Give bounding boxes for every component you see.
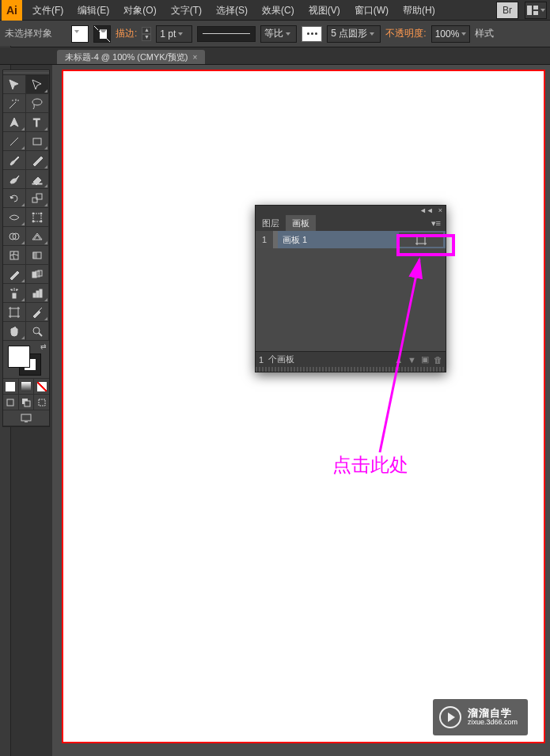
- gradient-tool[interactable]: [26, 246, 49, 265]
- move-up-icon[interactable]: ▲: [394, 355, 403, 365]
- brush-preview-dots: [302, 26, 322, 42]
- panel-collapse-icon[interactable]: ◄◄: [419, 206, 434, 214]
- blob-brush-tool[interactable]: [3, 170, 26, 189]
- menu-bar: Ai 文件(F) 编辑(E) 对象(O) 文字(T) 选择(S) 效果(C) 视…: [0, 0, 550, 21]
- close-document-icon[interactable]: ×: [192, 53, 197, 62]
- svg-point-3: [32, 99, 42, 105]
- menu-help[interactable]: 帮助(H): [396, 0, 442, 21]
- scale-tool[interactable]: [26, 189, 49, 208]
- artboard-tool[interactable]: [3, 303, 26, 322]
- pen-tool[interactable]: [3, 113, 26, 132]
- menu-window[interactable]: 窗口(W): [347, 0, 396, 21]
- rectangle-tool[interactable]: [26, 132, 49, 151]
- menu-effect[interactable]: 效果(C): [255, 0, 302, 21]
- bridge-button[interactable]: Br: [496, 2, 518, 19]
- free-transform-tool[interactable]: [26, 208, 49, 227]
- screen-mode-button[interactable]: [3, 410, 49, 425]
- svg-rect-7: [32, 183, 42, 184]
- svg-text:T: T: [33, 116, 40, 129]
- pencil-tool[interactable]: [26, 151, 49, 170]
- type-tool[interactable]: T: [26, 113, 49, 132]
- zoom-tool[interactable]: [26, 322, 49, 341]
- menu-view[interactable]: 视图(V): [302, 0, 347, 21]
- artboard-row[interactable]: 1 画板 1: [256, 231, 446, 248]
- artboard-crop-icon: [415, 234, 427, 245]
- line-segment-tool[interactable]: [3, 132, 26, 151]
- svg-rect-25: [40, 289, 42, 297]
- menu-edit[interactable]: 编辑(E): [70, 0, 116, 21]
- document-tabs: 未标题-4 @ 100% (CMYK/预览) ×: [0, 47, 550, 65]
- stroke-profile-select[interactable]: 等比: [260, 25, 297, 43]
- none-mode-button[interactable]: [34, 379, 49, 394]
- lasso-tool[interactable]: [26, 94, 49, 113]
- tab-layers[interactable]: 图层: [256, 215, 286, 231]
- brush-select[interactable]: 5 点圆形: [327, 25, 381, 43]
- column-graph-tool[interactable]: [26, 284, 49, 303]
- artboard-row-name[interactable]: 画板 1: [278, 234, 399, 246]
- gradient-mode-button[interactable]: [19, 379, 35, 394]
- color-mode-button[interactable]: [3, 379, 19, 394]
- blend-tool[interactable]: [26, 265, 49, 284]
- menu-file[interactable]: 文件(F): [25, 0, 70, 21]
- workspace-arrange-button[interactable]: [525, 2, 547, 19]
- mesh-tool[interactable]: [3, 246, 26, 265]
- canvas-area: [52, 65, 550, 756]
- artboard-canvas[interactable]: [62, 70, 545, 743]
- options-bar: 未选择对象 描边: ▲▼ 1 pt 等比 5 点圆形 不透明度: 100% 样式: [0, 21, 550, 47]
- perspective-grid-tool[interactable]: [26, 227, 49, 246]
- watermark-title: 溜溜自学: [468, 708, 518, 719]
- artboard-row-number: 1: [256, 231, 273, 248]
- direct-selection-tool[interactable]: [26, 75, 49, 94]
- menu-type[interactable]: 文字(T): [164, 0, 209, 21]
- artboard-count-label: 个画板: [268, 353, 294, 365]
- svg-rect-22: [13, 293, 16, 298]
- opacity-select[interactable]: 100%: [431, 25, 471, 43]
- shape-builder-tool[interactable]: [3, 227, 26, 246]
- svg-line-28: [39, 333, 42, 336]
- svg-rect-10: [33, 214, 41, 221]
- selection-tool[interactable]: [3, 75, 26, 94]
- style-label: 样式: [475, 27, 494, 40]
- symbol-sprayer-tool[interactable]: [3, 284, 26, 303]
- eraser-tool[interactable]: [26, 170, 49, 189]
- panel-resize-grip[interactable]: [256, 367, 446, 372]
- draw-inside-button[interactable]: [34, 395, 49, 410]
- artboards-panel: ◄◄ × 图层 画板 ▾≡ 1 画板 1 1 个画板 ▲ ▼ ▣ 🗑: [255, 205, 446, 372]
- slice-tool[interactable]: [26, 303, 49, 322]
- svg-rect-0: [527, 6, 532, 15]
- stroke-swatch[interactable]: [93, 25, 111, 43]
- swap-fill-stroke-icon[interactable]: ⇄: [40, 342, 47, 350]
- fill-indicator[interactable]: [8, 346, 30, 368]
- hand-tool[interactable]: [3, 322, 26, 341]
- watermark-badge: 溜溜自学 zixue.3d66.com: [433, 699, 528, 735]
- eyedropper-tool[interactable]: [3, 265, 26, 284]
- svg-point-13: [32, 221, 34, 222]
- tab-artboards[interactable]: 画板: [286, 215, 316, 231]
- fill-swatch[interactable]: [71, 25, 89, 43]
- svg-rect-23: [33, 293, 36, 297]
- paintbrush-tool[interactable]: [3, 151, 26, 170]
- draw-normal-button[interactable]: [3, 395, 19, 410]
- panel-close-icon[interactable]: ×: [438, 206, 442, 214]
- magic-wand-tool[interactable]: [3, 94, 26, 113]
- menu-select[interactable]: 选择(S): [209, 0, 255, 21]
- artboard-count-number: 1: [259, 355, 264, 365]
- svg-line-5: [10, 138, 18, 146]
- delete-artboard-icon[interactable]: 🗑: [434, 355, 442, 365]
- stroke-weight-select[interactable]: 1 pt: [156, 25, 192, 43]
- move-down-icon[interactable]: ▼: [408, 355, 416, 365]
- stroke-weight-stepper[interactable]: ▲▼: [142, 27, 151, 41]
- document-tab[interactable]: 未标题-4 @ 100% (CMYK/预览) ×: [57, 50, 205, 64]
- artboard-options-button[interactable]: [399, 232, 443, 247]
- stroke-profile-preview[interactable]: [197, 26, 256, 42]
- draw-behind-button[interactable]: [19, 395, 35, 410]
- fill-stroke-indicator[interactable]: ⇄: [3, 341, 49, 379]
- new-artboard-icon[interactable]: ▣: [421, 354, 429, 365]
- menu-object[interactable]: 对象(O): [116, 0, 163, 21]
- svg-rect-1: [533, 6, 538, 9]
- width-tool[interactable]: [3, 208, 26, 227]
- panel-menu-icon[interactable]: ▾≡: [427, 215, 446, 231]
- rotate-tool[interactable]: [3, 189, 26, 208]
- app-logo-illustrator: Ai: [2, 0, 22, 21]
- svg-point-27: [33, 327, 40, 334]
